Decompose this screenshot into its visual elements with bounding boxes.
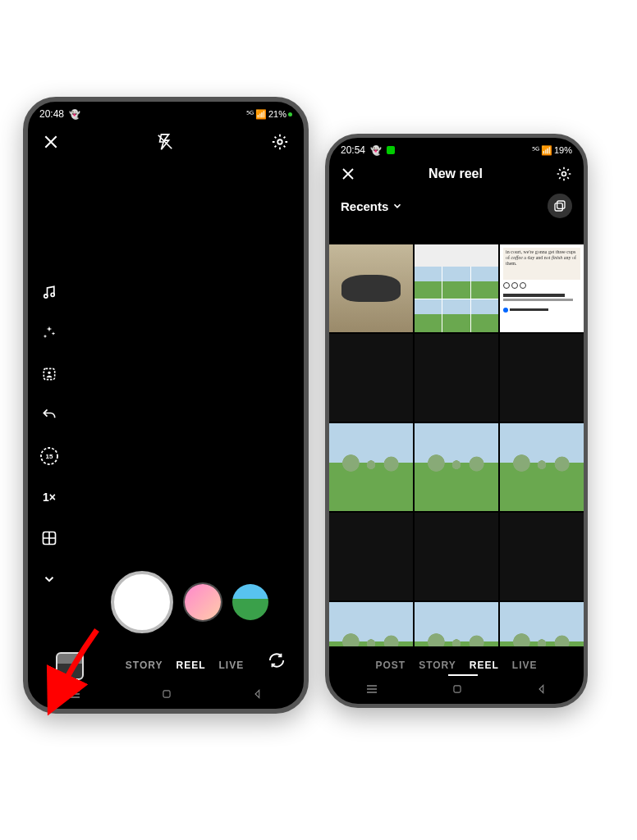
mode-bar: STORY REEL LIVE	[28, 660, 304, 671]
status-bar: 20:48 👻 ⁵ᴳ 📶 21%	[28, 102, 304, 123]
svg-point-4	[48, 372, 50, 374]
mode-bar: POST STORY REEL LIVE	[329, 660, 584, 671]
svg-rect-11	[557, 201, 565, 208]
home-icon[interactable]	[451, 683, 463, 695]
page-title: New reel	[428, 167, 483, 181]
app-notification-icon	[387, 146, 395, 154]
battery-text: 19%	[554, 145, 572, 155]
phone-camera-screen: 20:48 👻 ⁵ᴳ 📶 21% 15 1×	[23, 97, 309, 714]
capture-row	[28, 571, 304, 633]
mode-reel[interactable]: REEL	[176, 660, 206, 671]
svg-point-10	[562, 172, 566, 176]
mode-post[interactable]: POST	[375, 660, 406, 671]
status-time: 20:48	[39, 108, 64, 120]
mode-live[interactable]: LIVE	[512, 660, 538, 671]
network-indicator: ⁵ᴳ	[532, 145, 539, 156]
gallery-thumbnail[interactable]	[329, 513, 413, 600]
gallery-grid: in court, we're gonna get three cups of …	[329, 244, 584, 646]
signal-icon: 📶	[541, 145, 552, 156]
album-dropdown[interactable]: Recents	[341, 199, 403, 213]
camera-top-controls	[28, 123, 304, 158]
network-indicator: ⁵ᴳ	[246, 109, 254, 120]
undo-icon[interactable]	[39, 405, 59, 425]
switch-camera-icon[interactable]	[268, 651, 286, 673]
svg-rect-8	[163, 691, 170, 697]
settings-icon[interactable]	[271, 133, 289, 151]
snapchat-icon: 👻	[69, 109, 80, 120]
android-nav-bar	[28, 687, 304, 701]
title-bar: New reel	[329, 159, 584, 189]
gallery-thumbnail[interactable]	[329, 334, 413, 422]
gallery-thumbnail[interactable]: in court, we're gonna get three cups of …	[500, 244, 584, 332]
gallery-thumbnail[interactable]	[329, 423, 413, 511]
svg-point-1	[44, 294, 48, 298]
mode-live[interactable]: LIVE	[219, 660, 245, 671]
multi-select-button[interactable]	[548, 194, 572, 218]
battery-text: 21%	[268, 109, 286, 119]
gallery-thumbnail[interactable]	[500, 423, 584, 511]
back-icon[interactable]	[536, 683, 548, 695]
audio-icon[interactable]	[39, 282, 59, 302]
gallery-thumbnail[interactable]	[500, 334, 584, 422]
gallery-thumbnail[interactable]	[500, 513, 584, 600]
android-nav-bar	[329, 682, 584, 696]
gallery-thumbnail[interactable]	[415, 244, 498, 332]
home-icon[interactable]	[161, 688, 172, 700]
svg-text:15: 15	[46, 453, 53, 460]
mode-story[interactable]: STORY	[126, 660, 163, 671]
settings-icon[interactable]	[556, 166, 572, 182]
svg-rect-13	[454, 686, 461, 692]
camera-side-toolbar: 15 1×	[39, 282, 59, 589]
close-icon[interactable]	[341, 167, 355, 181]
multi-select-icon	[553, 199, 566, 212]
gallery-thumbnail[interactable]	[415, 423, 498, 511]
effects-icon[interactable]	[39, 323, 59, 343]
charging-dot-icon	[288, 112, 292, 116]
album-selector-row: Recents	[329, 189, 584, 225]
chevron-down-icon	[392, 200, 403, 212]
phone-gallery-screen: 20:54 👻 ⁵ᴳ 📶 19% New reel Recents	[325, 134, 588, 708]
gallery-thumbnail[interactable]	[415, 513, 498, 600]
flash-off-icon[interactable]	[156, 133, 174, 151]
snapchat-icon: 👻	[370, 145, 382, 156]
svg-rect-12	[555, 203, 562, 211]
signal-icon: 📶	[255, 109, 267, 120]
svg-point-0	[277, 139, 282, 144]
effect-thumbnail-2[interactable]	[232, 584, 268, 620]
status-time: 20:54	[341, 144, 365, 156]
mode-story[interactable]: STORY	[419, 660, 456, 671]
recent-apps-icon[interactable]	[68, 687, 81, 701]
recent-apps-icon[interactable]	[365, 682, 378, 696]
gallery-thumbnail[interactable]	[329, 602, 413, 646]
layout-icon[interactable]	[39, 528, 59, 548]
gallery-thumbnail[interactable]	[415, 602, 498, 646]
green-screen-icon[interactable]	[39, 364, 59, 384]
svg-point-2	[51, 293, 54, 296]
gallery-thumbnail[interactable]	[415, 334, 498, 422]
shutter-button[interactable]	[111, 571, 173, 633]
effect-thumbnail-1[interactable]	[185, 584, 221, 620]
back-icon[interactable]	[252, 688, 264, 700]
mode-reel[interactable]: REEL	[470, 660, 499, 671]
zoom-level[interactable]: 1×	[39, 487, 59, 507]
close-icon[interactable]	[43, 134, 59, 150]
gallery-thumbnail[interactable]	[500, 602, 584, 646]
status-bar: 20:54 👻 ⁵ᴳ 📶 19%	[329, 138, 584, 159]
gallery-thumbnail[interactable]	[329, 244, 413, 332]
timer-icon[interactable]: 15	[39, 446, 59, 466]
